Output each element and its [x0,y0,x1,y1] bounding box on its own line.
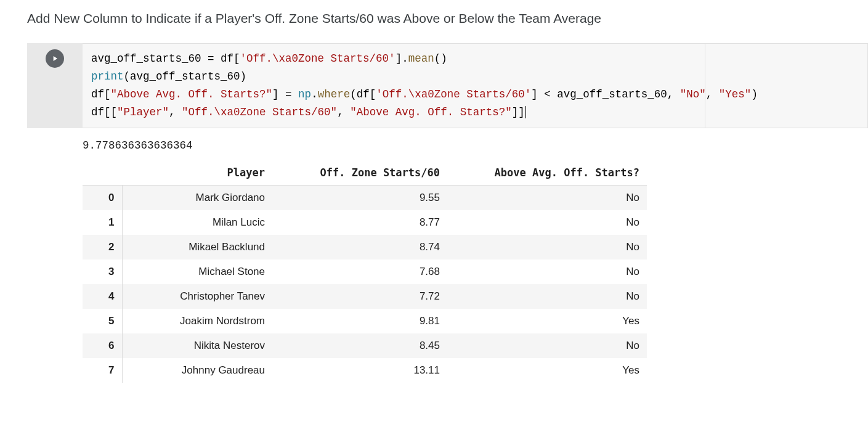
cell-starts: 8.74 [272,235,447,260]
col-header-above: Above Avg. Off. Starts? [447,160,647,186]
stdout-output: 9.778636363636364 [83,139,868,152]
row-index: 4 [83,284,122,309]
cell-player: Mark Giordano [122,185,272,210]
cell-starts: 7.72 [272,284,447,309]
run-cell-button[interactable] [46,49,64,68]
cell-above: No [447,210,647,235]
notebook-page: Add New Column to Indicate if a Player's… [0,0,868,401]
dataframe-table: Player Off. Zone Starts/60 Above Avg. Of… [83,160,647,383]
cell-above: Yes [447,309,647,333]
cell-player: Nikita Nesterov [122,333,272,358]
code-editor[interactable]: avg_off_starts_60 = df['Off.\xa0Zone Sta… [83,43,868,128]
cell-above: No [447,235,647,260]
row-index: 1 [83,210,122,235]
table-row: 6Nikita Nesterov8.45No [83,333,647,358]
row-index: 5 [83,309,122,333]
cell-player: Michael Stone [122,260,272,284]
cell-player: Mikael Backlund [122,235,272,260]
code-content: avg_off_starts_60 = df['Off.\xa0Zone Sta… [91,50,859,121]
cell-above: Yes [447,358,647,383]
row-index: 2 [83,235,122,260]
code-cell: avg_off_starts_60 = df['Off.\xa0Zone Sta… [27,43,868,128]
cell-above: No [447,185,647,210]
col-header-player: Player [122,160,272,186]
cell-starts: 9.55 [272,185,447,210]
row-index: 7 [83,358,122,383]
corner-cell [83,160,122,186]
cell-starts: 9.81 [272,309,447,333]
cell-above: No [447,284,647,309]
cell-gutter [27,43,83,128]
cursor-icon [525,106,526,118]
row-index: 0 [83,185,122,210]
play-icon [51,54,59,63]
cell-player: Johnny Gaudreau [122,358,272,383]
cell-player: Joakim Nordstrom [122,309,272,333]
row-index: 6 [83,333,122,358]
cell-output: 9.778636363636364 Player Off. Zone Start… [83,128,868,383]
cell-player: Milan Lucic [122,210,272,235]
cell-starts: 7.68 [272,260,447,284]
table-row: 4Christopher Tanev7.72No [83,284,647,309]
cell-starts: 8.45 [272,333,447,358]
cell-above: No [447,333,647,358]
section-heading: Add New Column to Indicate if a Player's… [27,11,868,26]
header-row: Player Off. Zone Starts/60 Above Avg. Of… [83,160,647,186]
table-row: 1Milan Lucic8.77No [83,210,647,235]
cell-starts: 8.77 [272,210,447,235]
table-row: 7Johnny Gaudreau13.11Yes [83,358,647,383]
cell-above: No [447,260,647,284]
cell-starts: 13.11 [272,358,447,383]
cell-player: Christopher Tanev [122,284,272,309]
table-row: 3Michael Stone7.68No [83,260,647,284]
col-header-starts: Off. Zone Starts/60 [272,160,447,186]
row-index: 3 [83,260,122,284]
table-row: 0Mark Giordano9.55No [83,185,647,210]
table-row: 2Mikael Backlund8.74No [83,235,647,260]
table-row: 5Joakim Nordstrom9.81Yes [83,309,647,333]
